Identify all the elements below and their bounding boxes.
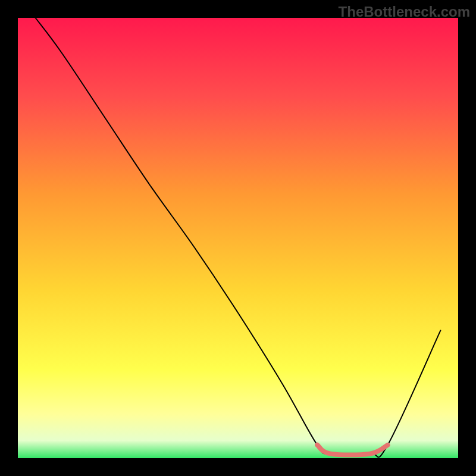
bottleneck-chart [0,0,476,476]
watermark-text: TheBottleneck.com [339,4,470,20]
plot-background [18,18,458,458]
chart-container: TheBottleneck.com [0,0,476,476]
